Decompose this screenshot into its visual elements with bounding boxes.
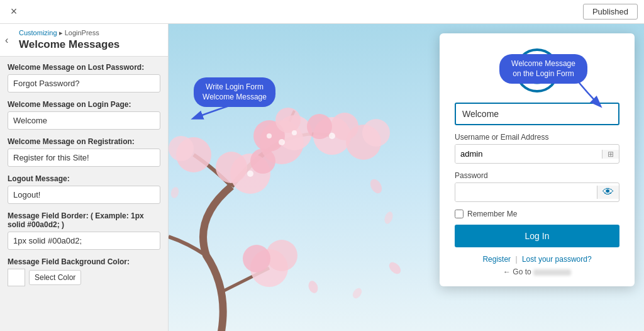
svg-point-25 — [170, 186, 180, 199]
username-input[interactable] — [455, 145, 602, 163]
field-label-lost-password: Welcome Message on Lost Password: — [8, 63, 160, 72]
svg-point-24 — [387, 260, 402, 276]
login-footer-links: Register | Lost your password? — [455, 255, 619, 264]
svg-point-11 — [250, 149, 275, 174]
sidebar-title: Welcome Messages — [19, 38, 160, 51]
password-toggle-icon[interactable]: 👁 — [597, 186, 619, 199]
field-input-login-page[interactable] — [8, 111, 160, 130]
published-button[interactable]: Published — [583, 4, 638, 20]
login-button[interactable]: Log In — [455, 225, 619, 247]
top-bar: × Published — [0, 0, 644, 24]
svg-point-15 — [266, 240, 297, 271]
background: Write Login Form Welcome Message Welcome… — [169, 24, 644, 331]
sidebar-content: Welcome Message on Lost Password:Welcome… — [0, 57, 168, 300]
goto-text: ← Go to — [503, 267, 531, 276]
close-button[interactable]: × — [6, 4, 21, 20]
field-label-border: Message Field Border: ( Example: 1px sol… — [8, 211, 160, 229]
svg-point-10 — [216, 152, 247, 183]
field-group-border: Message Field Border: ( Example: 1px sol… — [8, 211, 160, 250]
password-input[interactable] — [455, 183, 597, 201]
username-row: ⊞ — [455, 144, 619, 164]
goto-site-name — [533, 269, 571, 276]
breadcrumb-parent[interactable]: Customizing — [19, 29, 57, 36]
field-input-registration[interactable] — [8, 149, 160, 167]
field-label-login-page: Welcome Message on Login Page: — [8, 100, 160, 109]
field-input-logout[interactable] — [8, 186, 160, 204]
cherry-blossom-tree — [169, 92, 420, 331]
field-group-login-page: Welcome Message on Login Page: — [8, 100, 160, 130]
username-icon: ⊞ — [602, 150, 619, 159]
color-row: Select Color — [8, 269, 160, 286]
svg-point-22 — [368, 177, 384, 196]
lost-password-link[interactable]: Lost your password? — [522, 255, 592, 264]
field-group-registration: Welcome Message on Registration: — [8, 137, 160, 167]
remember-me-checkbox[interactable] — [455, 210, 464, 218]
svg-point-21 — [247, 171, 253, 177]
password-row: 👁 — [455, 182, 619, 202]
back-arrow-icon[interactable]: ‹ — [5, 35, 8, 46]
svg-point-23 — [383, 211, 394, 225]
field-group-logout: Logout Message: — [8, 174, 160, 204]
remember-me-row: Remember Me — [455, 210, 619, 218]
field-label-logout: Logout Message: — [8, 174, 160, 183]
register-link[interactable]: Register — [482, 255, 511, 264]
color-field-label: Message Field Background Color: — [8, 257, 160, 266]
select-color-button[interactable]: Select Color — [29, 270, 81, 285]
field-label-registration: Welcome Message on Registration: — [8, 137, 160, 146]
svg-point-20 — [329, 133, 335, 139]
sidebar-header: ‹ Customizing ▸ LoginPress Welcome Messa… — [0, 24, 168, 57]
field-input-border[interactable] — [8, 232, 160, 250]
color-swatch[interactable] — [8, 269, 25, 286]
svg-point-13 — [169, 136, 194, 161]
remember-me-label: Remember Me — [467, 210, 517, 218]
field-group-color: Message Field Background Color:Select Co… — [8, 257, 160, 286]
svg-point-3 — [275, 108, 301, 133]
svg-point-27 — [351, 286, 364, 300]
svg-point-16 — [243, 245, 270, 272]
field-input-lost-password[interactable] — [8, 74, 160, 93]
breadcrumb: Customizing ▸ LoginPress — [19, 29, 160, 37]
tooltip-login-form: Write Login Form Welcome Message — [194, 77, 275, 107]
breadcrumb-child: LoginPress — [65, 29, 99, 36]
goto-row: ← Go to — [455, 267, 619, 276]
svg-point-6 — [307, 114, 332, 139]
svg-point-26 — [307, 279, 319, 295]
username-label: Username or Email Address — [455, 133, 619, 142]
field-group-lost-password: Welcome Message on Lost Password: — [8, 63, 160, 93]
svg-point-17 — [279, 139, 285, 145]
svg-point-8 — [362, 119, 390, 147]
password-label: Password — [455, 171, 619, 180]
tooltip-welcome-on-login: Welcome Message on the Login Form — [499, 54, 587, 84]
sidebar: ‹ Customizing ▸ LoginPress Welcome Messa… — [0, 24, 169, 331]
svg-point-19 — [267, 133, 272, 138]
svg-point-18 — [292, 130, 297, 135]
welcome-input[interactable] — [455, 103, 619, 125]
